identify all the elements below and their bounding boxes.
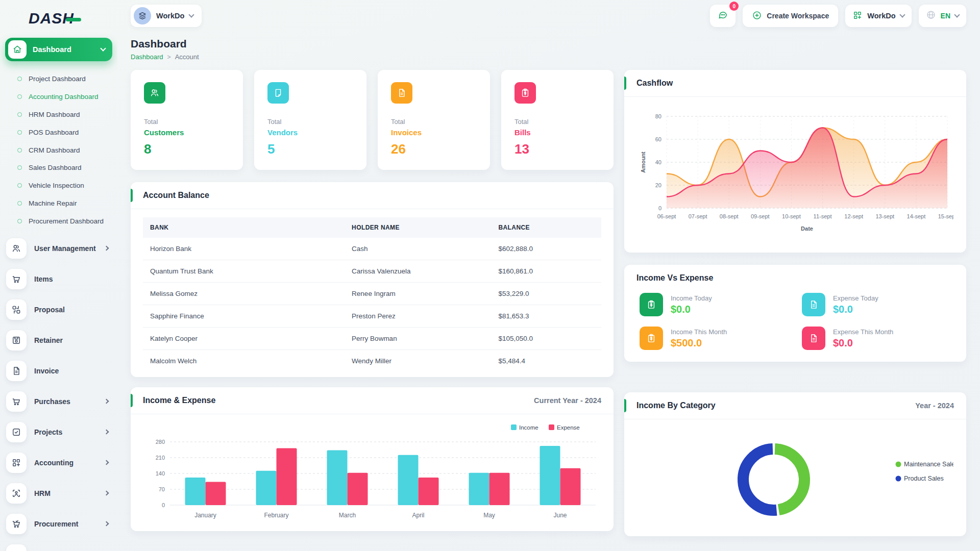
sidebar: DASH Dashboard Project DashboardAccounti… bbox=[0, 0, 117, 551]
income-by-category-donut-chart: Maintenance SalesProduct Sales bbox=[624, 419, 966, 537]
sidebar-item-label: Dashboard bbox=[33, 45, 95, 54]
workspace-name: WorkDo bbox=[156, 12, 184, 20]
svg-text:60: 60 bbox=[655, 136, 662, 142]
sidebar-item-proposal[interactable]: Proposal bbox=[5, 297, 112, 322]
table-column-header: BALANCE bbox=[491, 217, 601, 238]
table-cell: Cash bbox=[345, 238, 491, 260]
table-row: Horizon BankCash$602,888.0 bbox=[143, 238, 601, 260]
clipboard-dollar-icon bbox=[514, 82, 536, 104]
note-icon bbox=[267, 82, 289, 104]
notification-badge: 0 bbox=[729, 2, 739, 11]
sidebar-item-accounting[interactable]: Accounting bbox=[5, 450, 112, 475]
sidebar-item-items[interactable]: Items bbox=[5, 266, 112, 292]
dashboard-submenu: Project DashboardAccounting DashboardHRM… bbox=[5, 70, 112, 231]
sidebar-subitem-accounting-dashboard[interactable]: Accounting Dashboard bbox=[5, 88, 112, 106]
svg-text:Date: Date bbox=[801, 226, 813, 232]
plus-circle-icon bbox=[752, 10, 762, 22]
table-cell: Wendy Miller bbox=[345, 350, 491, 372]
svg-text:210: 210 bbox=[156, 455, 165, 461]
main-content: Dashboard Dashboard > Account TotalCusto… bbox=[117, 32, 980, 551]
panel-title: Account Balance bbox=[143, 191, 209, 200]
panel-title: Income & Expense bbox=[143, 396, 215, 405]
workspace-avatar-layers-icon bbox=[134, 7, 151, 24]
svg-text:0: 0 bbox=[162, 502, 165, 508]
home-icon bbox=[8, 40, 27, 59]
sidebar-subitem-pos-dashboard[interactable]: POS Dashboard bbox=[5, 124, 112, 142]
sidebar-item-user-management[interactable]: User Management bbox=[5, 236, 112, 261]
chevron-down-icon bbox=[954, 12, 960, 17]
stat-label: Invoices bbox=[391, 128, 477, 137]
table-cell: Preston Perez bbox=[345, 305, 491, 328]
breadcrumb-current: Account bbox=[175, 53, 199, 61]
sidebar-item-projects[interactable]: Projects bbox=[5, 419, 112, 445]
svg-text:40: 40 bbox=[655, 159, 662, 165]
create-workspace-button[interactable]: Create Workspace bbox=[743, 5, 838, 27]
sidebar-item-hrm[interactable]: HRM bbox=[5, 481, 112, 506]
save-icon bbox=[6, 330, 27, 350]
bullet-circle-icon bbox=[17, 165, 22, 170]
ive-item-expense-today: Expense Today$0.0 bbox=[802, 293, 951, 316]
notifications-button[interactable]: 0 bbox=[710, 5, 736, 27]
table-row: Melissa GomezRenee Ingram$53,229.0 bbox=[143, 283, 601, 305]
stat-value: 13 bbox=[514, 141, 600, 157]
globe-icon bbox=[926, 10, 936, 22]
svg-text:20: 20 bbox=[655, 182, 662, 188]
income-vs-expense-grid: Income Today$0.0Expense Today$0.0Income … bbox=[624, 285, 966, 363]
cart-icon bbox=[6, 391, 27, 412]
chevron-down-icon bbox=[100, 45, 106, 51]
income-expense-panel: Income & Expense Current Year - 2024 070… bbox=[131, 387, 614, 531]
sidebar-item-procurement[interactable]: Procurement bbox=[5, 511, 112, 537]
panel-accent-bar bbox=[131, 394, 133, 407]
ive-label: Expense This Month bbox=[833, 328, 893, 336]
stat-cards-row: TotalCustomers8TotalVendors5TotalInvoice… bbox=[131, 70, 614, 170]
file-lines-icon bbox=[802, 327, 825, 350]
svg-text:12-sept: 12-sept bbox=[844, 213, 863, 219]
sidebar-subitem-machine-repair[interactable]: Machine Repair bbox=[5, 195, 112, 213]
sidebar-item-pos[interactable]: POS bbox=[5, 542, 112, 551]
ive-item-income-this-month: Income This Month$500.0 bbox=[640, 327, 789, 350]
cart-icon bbox=[6, 269, 27, 289]
panel-subtitle: Current Year - 2024 bbox=[534, 396, 601, 405]
table-row: Quantum Trust BankCarissa Valenzuela$160… bbox=[143, 260, 601, 283]
panel-title: Income Vs Expense bbox=[636, 273, 713, 283]
stat-card-invoices: TotalInvoices26 bbox=[378, 70, 490, 170]
bullet-circle-icon bbox=[17, 201, 22, 206]
workdo-menu-button[interactable]: WorkDo bbox=[845, 5, 911, 27]
topbar: WorkDo 0 Create Workspace WorkDo EN bbox=[117, 0, 980, 32]
svg-text:07-sept: 07-sept bbox=[689, 213, 707, 219]
proposal-grid-icon bbox=[6, 299, 27, 320]
breadcrumb-link-dashboard[interactable]: Dashboard bbox=[131, 53, 163, 61]
sidebar-item-retainer[interactable]: Retainer bbox=[5, 328, 112, 353]
chevron-right-icon bbox=[104, 399, 109, 404]
svg-text:15-sept: 15-sept bbox=[938, 213, 953, 219]
table-cell: Perry Bowman bbox=[345, 328, 491, 350]
bullet-circle-icon bbox=[17, 219, 22, 223]
clipboard-dollar-icon bbox=[640, 293, 663, 316]
table-row: Sapphire FinancePreston Perez$81,653.3 bbox=[143, 305, 601, 328]
sidebar-item-invoice[interactable]: Invoice bbox=[5, 358, 112, 384]
stat-card-vendors: TotalVendors5 bbox=[254, 70, 366, 170]
sidebar-subitem-project-dashboard[interactable]: Project Dashboard bbox=[5, 70, 112, 88]
sidebar-subitem-procurement-dashboard[interactable]: Procurement Dashboard bbox=[5, 213, 112, 231]
svg-text:09-sept: 09-sept bbox=[751, 213, 770, 219]
workspace-switcher[interactable]: WorkDo bbox=[131, 5, 202, 27]
sidebar-item-purchases[interactable]: Purchases bbox=[5, 389, 112, 414]
table-cell: Carissa Valenzuela bbox=[345, 260, 491, 283]
svg-text:14-sept: 14-sept bbox=[907, 213, 926, 219]
account-balance-table: BANKHOLDER NAMEBALANCE Horizon BankCash$… bbox=[143, 217, 601, 372]
sidebar-subitem-sales-dashboard[interactable]: Sales Dashboard bbox=[5, 159, 112, 177]
sidebar-subitem-hrm-dashboard[interactable]: HRM Dashboard bbox=[5, 106, 112, 124]
stat-prefix: Total bbox=[267, 118, 353, 126]
sidebar-subitem-vehicle-inspection[interactable]: Vehicle Inspection bbox=[5, 177, 112, 195]
svg-text:April: April bbox=[412, 512, 424, 519]
ive-label: Income This Month bbox=[671, 328, 727, 336]
sidebar-item-dashboard[interactable]: Dashboard bbox=[5, 38, 112, 61]
bullet-circle-icon bbox=[17, 130, 22, 135]
stat-label: Customers bbox=[144, 128, 230, 137]
stat-prefix: Total bbox=[514, 118, 600, 126]
sidebar-subitem-crm-dashboard[interactable]: CRM Dashboard bbox=[5, 142, 112, 160]
stat-card-customers: TotalCustomers8 bbox=[131, 70, 243, 170]
chevron-down-icon bbox=[899, 12, 905, 17]
svg-text:10-sept: 10-sept bbox=[782, 213, 801, 219]
language-selector[interactable]: EN bbox=[919, 5, 966, 27]
